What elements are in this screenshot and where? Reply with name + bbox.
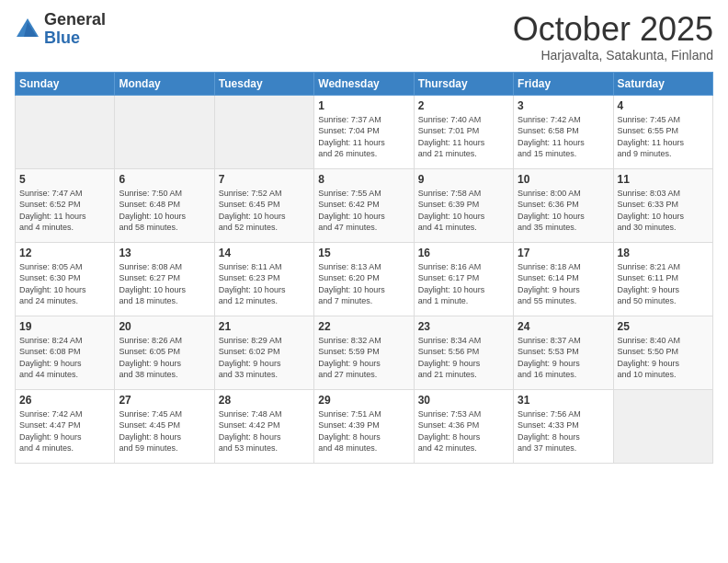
- weekday-header: Tuesday: [214, 72, 313, 95]
- calendar-table: SundayMondayTuesdayWednesdayThursdayFrid…: [15, 72, 713, 464]
- calendar-cell: 13Sunrise: 8:08 AM Sunset: 6:27 PM Dayli…: [115, 242, 214, 316]
- day-info: Sunrise: 8:05 AM Sunset: 6:30 PM Dayligh…: [19, 261, 110, 307]
- day-info: Sunrise: 7:45 AM Sunset: 4:45 PM Dayligh…: [119, 408, 210, 454]
- day-info: Sunrise: 8:00 AM Sunset: 6:36 PM Dayligh…: [518, 188, 609, 234]
- weekday-header: Saturday: [613, 72, 712, 95]
- day-number: 2: [418, 99, 509, 112]
- calendar-week-row: 5Sunrise: 7:47 AM Sunset: 6:52 PM Daylig…: [16, 168, 713, 242]
- calendar-cell: 1Sunrise: 7:37 AM Sunset: 7:04 PM Daylig…: [314, 95, 414, 168]
- weekday-header: Wednesday: [314, 72, 414, 95]
- calendar-week-row: 12Sunrise: 8:05 AM Sunset: 6:30 PM Dayli…: [16, 242, 713, 316]
- main-container: General Blue October 2025 Harjavalta, Sa…: [0, 0, 728, 471]
- day-number: 15: [318, 247, 409, 259]
- day-info: Sunrise: 8:26 AM Sunset: 6:05 PM Dayligh…: [119, 335, 210, 381]
- calendar-cell: 8Sunrise: 7:55 AM Sunset: 6:42 PM Daylig…: [314, 168, 414, 242]
- calendar-cell: 17Sunrise: 8:18 AM Sunset: 6:14 PM Dayli…: [514, 242, 613, 316]
- day-info: Sunrise: 7:53 AM Sunset: 4:36 PM Dayligh…: [418, 408, 509, 454]
- calendar-cell: 25Sunrise: 8:40 AM Sunset: 5:50 PM Dayli…: [613, 316, 712, 389]
- day-number: 21: [219, 320, 310, 333]
- calendar-cell: 7Sunrise: 7:52 AM Sunset: 6:45 PM Daylig…: [214, 168, 313, 242]
- day-info: Sunrise: 7:56 AM Sunset: 4:33 PM Dayligh…: [518, 408, 609, 454]
- calendar-cell: [16, 95, 115, 168]
- day-info: Sunrise: 8:18 AM Sunset: 6:14 PM Dayligh…: [518, 261, 609, 307]
- day-info: Sunrise: 8:13 AM Sunset: 6:20 PM Dayligh…: [318, 261, 409, 307]
- day-number: 16: [418, 247, 509, 259]
- day-number: 10: [518, 173, 609, 186]
- day-number: 31: [518, 394, 609, 407]
- calendar-cell: 26Sunrise: 7:42 AM Sunset: 4:47 PM Dayli…: [16, 389, 115, 463]
- day-info: Sunrise: 7:51 AM Sunset: 4:39 PM Dayligh…: [318, 408, 409, 454]
- calendar-cell: 21Sunrise: 8:29 AM Sunset: 6:02 PM Dayli…: [214, 316, 313, 389]
- day-number: 17: [518, 247, 609, 259]
- day-info: Sunrise: 8:16 AM Sunset: 6:17 PM Dayligh…: [418, 261, 509, 307]
- day-info: Sunrise: 7:37 AM Sunset: 7:04 PM Dayligh…: [318, 114, 409, 160]
- calendar-cell: 11Sunrise: 8:03 AM Sunset: 6:33 PM Dayli…: [613, 168, 712, 242]
- logo-general: General: [44, 11, 106, 29]
- header: General Blue October 2025 Harjavalta, Sa…: [15, 11, 713, 63]
- logo-text: General Blue: [44, 11, 106, 48]
- day-info: Sunrise: 8:21 AM Sunset: 6:11 PM Dayligh…: [618, 261, 709, 307]
- calendar-cell: 16Sunrise: 8:16 AM Sunset: 6:17 PM Dayli…: [414, 242, 513, 316]
- day-number: 30: [418, 394, 509, 407]
- calendar-cell: 12Sunrise: 8:05 AM Sunset: 6:30 PM Dayli…: [16, 242, 115, 316]
- day-number: 25: [618, 320, 709, 333]
- day-number: 28: [219, 394, 310, 407]
- calendar-cell: 20Sunrise: 8:26 AM Sunset: 6:05 PM Dayli…: [115, 316, 214, 389]
- day-info: Sunrise: 7:47 AM Sunset: 6:52 PM Dayligh…: [19, 188, 110, 234]
- day-info: Sunrise: 7:52 AM Sunset: 6:45 PM Dayligh…: [219, 188, 310, 234]
- day-info: Sunrise: 8:24 AM Sunset: 6:08 PM Dayligh…: [19, 335, 110, 381]
- day-info: Sunrise: 7:50 AM Sunset: 6:48 PM Dayligh…: [119, 188, 210, 234]
- day-number: 19: [19, 320, 110, 333]
- day-info: Sunrise: 8:37 AM Sunset: 5:53 PM Dayligh…: [518, 335, 609, 381]
- day-number: 9: [418, 173, 509, 186]
- calendar-cell: [115, 95, 214, 168]
- calendar-cell: 18Sunrise: 8:21 AM Sunset: 6:11 PM Dayli…: [613, 242, 712, 316]
- day-number: 26: [19, 394, 110, 407]
- day-number: 7: [219, 173, 310, 186]
- day-info: Sunrise: 8:11 AM Sunset: 6:23 PM Dayligh…: [219, 261, 310, 307]
- day-number: 22: [318, 320, 409, 333]
- calendar-cell: 31Sunrise: 7:56 AM Sunset: 4:33 PM Dayli…: [514, 389, 613, 463]
- day-info: Sunrise: 7:42 AM Sunset: 4:47 PM Dayligh…: [19, 408, 110, 454]
- calendar-cell: [613, 389, 712, 463]
- logo: General Blue: [15, 11, 106, 48]
- day-number: 13: [119, 247, 210, 259]
- day-number: 29: [318, 394, 409, 407]
- calendar-cell: 29Sunrise: 7:51 AM Sunset: 4:39 PM Dayli…: [314, 389, 414, 463]
- day-number: 20: [119, 320, 210, 333]
- day-info: Sunrise: 7:48 AM Sunset: 4:42 PM Dayligh…: [219, 408, 310, 454]
- day-number: 5: [19, 173, 110, 186]
- day-number: 3: [518, 99, 609, 112]
- day-info: Sunrise: 8:40 AM Sunset: 5:50 PM Dayligh…: [618, 335, 709, 381]
- day-info: Sunrise: 7:45 AM Sunset: 6:55 PM Dayligh…: [618, 114, 709, 160]
- calendar-cell: 19Sunrise: 8:24 AM Sunset: 6:08 PM Dayli…: [16, 316, 115, 389]
- day-number: 1: [318, 99, 409, 112]
- calendar-cell: 27Sunrise: 7:45 AM Sunset: 4:45 PM Dayli…: [115, 389, 214, 463]
- day-number: 27: [119, 394, 210, 407]
- day-info: Sunrise: 8:08 AM Sunset: 6:27 PM Dayligh…: [119, 261, 210, 307]
- day-info: Sunrise: 8:32 AM Sunset: 5:59 PM Dayligh…: [318, 335, 409, 381]
- calendar-cell: 24Sunrise: 8:37 AM Sunset: 5:53 PM Dayli…: [514, 316, 613, 389]
- day-info: Sunrise: 7:42 AM Sunset: 6:58 PM Dayligh…: [518, 114, 609, 160]
- weekday-header: Thursday: [414, 72, 513, 95]
- day-info: Sunrise: 8:03 AM Sunset: 6:33 PM Dayligh…: [618, 188, 709, 234]
- day-number: 18: [618, 247, 709, 259]
- title-block: October 2025 Harjavalta, Satakunta, Finl…: [513, 11, 713, 63]
- day-info: Sunrise: 7:40 AM Sunset: 7:01 PM Dayligh…: [418, 114, 509, 160]
- day-number: 11: [618, 173, 709, 186]
- calendar-cell: 2Sunrise: 7:40 AM Sunset: 7:01 PM Daylig…: [414, 95, 513, 168]
- day-info: Sunrise: 7:58 AM Sunset: 6:39 PM Dayligh…: [418, 188, 509, 234]
- day-info: Sunrise: 8:29 AM Sunset: 6:02 PM Dayligh…: [219, 335, 310, 381]
- calendar-cell: 15Sunrise: 8:13 AM Sunset: 6:20 PM Dayli…: [314, 242, 414, 316]
- calendar-cell: 10Sunrise: 8:00 AM Sunset: 6:36 PM Dayli…: [514, 168, 613, 242]
- calendar-cell: 6Sunrise: 7:50 AM Sunset: 6:48 PM Daylig…: [115, 168, 214, 242]
- logo-blue: Blue: [44, 29, 106, 48]
- month-title: October 2025: [513, 11, 713, 48]
- calendar-week-row: 26Sunrise: 7:42 AM Sunset: 4:47 PM Dayli…: [16, 389, 713, 463]
- calendar-week-row: 1Sunrise: 7:37 AM Sunset: 7:04 PM Daylig…: [16, 95, 713, 168]
- location-subtitle: Harjavalta, Satakunta, Finland: [513, 48, 713, 63]
- calendar-cell: 28Sunrise: 7:48 AM Sunset: 4:42 PM Dayli…: [214, 389, 313, 463]
- calendar-cell: 4Sunrise: 7:45 AM Sunset: 6:55 PM Daylig…: [613, 95, 712, 168]
- day-number: 8: [318, 173, 409, 186]
- weekday-header: Friday: [514, 72, 613, 95]
